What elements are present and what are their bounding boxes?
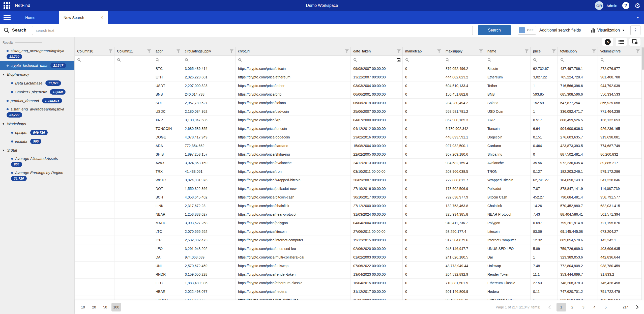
- sidebar-item-irisdata[interactable]: irisdata900: [0, 137, 74, 146]
- additional-fields-toggle[interactable]: OFF: [518, 26, 537, 35]
- sidebar-item-product-demand[interactable]: product_demand1,048,575: [0, 96, 74, 105]
- tab-list-caret-icon[interactable]: ▼: [636, 16, 639, 19]
- sidebar-item-smoker-epigenetic[interactable]: Smoker Epigenetic13,660: [0, 88, 74, 96]
- gear-icon[interactable]: ⚙: [634, 2, 640, 9]
- filter-input-circulatingsupply[interactable]: [182, 56, 236, 64]
- table-row[interactable]: MATIC3,093,627.268https://crypto.com/pri…: [75, 219, 641, 227]
- table-row[interactable]: XRP3,100,947.586https://crypto.com/price…: [75, 116, 641, 124]
- filter-funnel-icon[interactable]: [230, 49, 233, 53]
- column-chooser-button[interactable]: [629, 38, 640, 46]
- table-row[interactable]: BTC3,065,439.414https://crypto.com/price…: [75, 64, 641, 73]
- column-header-abbr[interactable]: abbr: [153, 47, 182, 55]
- table-row[interactable]: RNDR3,159,050.228https://crypto.com/pric…: [75, 270, 641, 279]
- filter-input-price[interactable]: [531, 56, 558, 64]
- column-header-Column10[interactable]: Column10: [75, 47, 114, 55]
- table-row[interactable]: NEAR1,253,883.627https://crypto.com/pric…: [75, 210, 641, 219]
- table-row[interactable]: DAI974,063.639https://crypto.com/price/m…: [75, 253, 641, 262]
- tab-close-icon[interactable]: ×: [100, 15, 103, 20]
- filter-input-marketcap[interactable]: [403, 56, 443, 64]
- sidebar-item-beta-lactamase[interactable]: Beta Lactamase71,973: [0, 79, 74, 88]
- table-row[interactable]: TRX41,433.051https://crypto.com/price/tr…: [75, 167, 641, 176]
- more-options-button[interactable]: ⋮: [630, 25, 640, 35]
- column-header-volume24hrs[interactable]: volume24hrs: [598, 47, 641, 55]
- table-row[interactable]: TONCOIN2,680,586.355https://crypto.com/p…: [75, 124, 641, 133]
- page-size-10[interactable]: 10: [78, 303, 88, 311]
- table-row[interactable]: USDT2,207,000.323https://crypto.com/pric…: [75, 81, 641, 90]
- page-number-4[interactable]: 4: [590, 303, 599, 311]
- filter-input-name[interactable]: [485, 56, 531, 64]
- filter-input-date_taken[interactable]: [351, 56, 403, 64]
- filter-funnel-icon[interactable]: [592, 49, 596, 53]
- filter-funnel-icon[interactable]: [147, 49, 151, 53]
- sidebar-item-crypto-historical-data[interactable]: crypto_historical_data21,347: [0, 61, 74, 70]
- tab-new-search[interactable]: New Search ×: [59, 11, 108, 24]
- sidebar-item-average-allocated-assets[interactable]: Average Allocated Assets854: [0, 155, 74, 169]
- table-row[interactable]: LEO3,291,948.202https://crypto.com/price…: [75, 244, 641, 253]
- scrollbar-thumb[interactable]: [642, 47, 644, 70]
- filter-funnel-icon[interactable]: [479, 49, 483, 53]
- table-row[interactable]: FDUSD139,123.233https://crypto.com/price…: [75, 296, 641, 300]
- vertical-scrollbar[interactable]: [641, 47, 644, 300]
- column-header-date_taken[interactable]: date_taken: [351, 47, 403, 55]
- group-collapse-caret-icon[interactable]: ▼: [2, 149, 5, 152]
- search-input[interactable]: [32, 26, 473, 35]
- page-number-214[interactable]: 214: [621, 303, 630, 311]
- filter-funnel-icon[interactable]: [636, 49, 640, 53]
- column-header-circulatingsupply[interactable]: circulatingsupply: [182, 47, 236, 55]
- sidebar-group-biopharmacy[interactable]: ▼Biopharmacy: [0, 70, 74, 79]
- group-collapse-caret-icon[interactable]: ▼: [2, 73, 5, 76]
- column-header-name[interactable]: name: [485, 47, 531, 55]
- column-header-price[interactable]: price: [531, 47, 558, 55]
- page-number-1[interactable]: 1: [557, 303, 566, 311]
- filter-funnel-icon[interactable]: [177, 49, 180, 53]
- filter-funnel-icon[interactable]: [345, 49, 349, 53]
- table-row[interactable]: BCH4,053,645.402https://crypto.com/price…: [75, 193, 641, 202]
- filter-input-Column11[interactable]: [114, 56, 153, 64]
- column-header-marketcap[interactable]: marketcap: [403, 47, 443, 55]
- column-header-crypturl[interactable]: crypturl: [236, 47, 351, 55]
- sidebar-group-sistat[interactable]: ▼SiStat: [0, 146, 74, 155]
- filter-funnel-icon[interactable]: [109, 49, 112, 53]
- table-row[interactable]: WBTC3,824,931.976https://crypto.com/pric…: [75, 176, 641, 184]
- table-row[interactable]: UNI2,570,672.459https://crypto.com/price…: [75, 262, 641, 270]
- page-size-100[interactable]: 100: [111, 303, 121, 311]
- table-row[interactable]: SOL2,957,789.527https://crypto.com/price…: [75, 99, 641, 107]
- table-row[interactable]: DOT1,550,322.366https://crypto.com/price…: [75, 184, 641, 193]
- sidebar-item-opsiprs[interactable]: opsiprs549,716: [0, 128, 74, 137]
- table-row[interactable]: USDC2,180,034.952https://crypto.com/pric…: [75, 107, 641, 116]
- filter-input-Column10[interactable]: [75, 56, 114, 64]
- table-row[interactable]: ICP2,532,902.473https://crypto.com/price…: [75, 236, 641, 244]
- page-size-20[interactable]: 20: [89, 303, 99, 311]
- filter-input-abbr[interactable]: [153, 56, 182, 64]
- apps-grid-icon[interactable]: [4, 2, 10, 9]
- column-header-totalsupply[interactable]: totalsupply: [558, 47, 598, 55]
- clear-results-button[interactable]: ✕: [602, 38, 613, 46]
- filter-input-crypturl[interactable]: [236, 56, 351, 64]
- page-number-3[interactable]: 3: [579, 303, 588, 311]
- previous-page-icon[interactable]: [546, 303, 553, 311]
- table-row[interactable]: LTC2,070,555.552https://crypto.com/price…: [75, 227, 641, 236]
- filter-input-volume24hrs[interactable]: [598, 56, 641, 64]
- filter-funnel-icon[interactable]: [397, 49, 401, 53]
- hamburger-menu-icon[interactable]: [4, 15, 11, 20]
- tab-home[interactable]: Home: [25, 15, 35, 20]
- search-button[interactable]: Search: [478, 25, 511, 35]
- list-view-button[interactable]: [616, 38, 627, 46]
- table-row[interactable]: ADA772,354.662https://crypto.com/price/c…: [75, 141, 641, 150]
- sidebar-item-sistat-eng-averageearningsbya[interactable]: sistat_eng_averageearningsbya31,720: [0, 47, 74, 61]
- visualization-dropdown[interactable]: Visualization ▼: [591, 28, 625, 33]
- table-row[interactable]: LINK2,317,672.23https://crypto.com/price…: [75, 202, 641, 210]
- column-header-Column11[interactable]: Column11: [114, 47, 153, 55]
- table-row[interactable]: ETC1,883,489.986https://crypto.com/price…: [75, 279, 641, 287]
- group-collapse-caret-icon[interactable]: ▼: [2, 122, 5, 125]
- column-header-maxsupply[interactable]: maxsupply: [443, 47, 485, 55]
- sidebar-group-workshops[interactable]: ▼Workshops: [0, 119, 74, 128]
- table-row[interactable]: HBAR2,022,498.077https://crypto.com/pric…: [75, 287, 641, 296]
- filter-funnel-icon[interactable]: [525, 49, 529, 53]
- filter-funnel-icon[interactable]: [437, 49, 441, 53]
- table-row[interactable]: DOGE4,078,417.949https://crypto.com/pric…: [75, 133, 641, 141]
- help-icon[interactable]: ?: [622, 2, 629, 9]
- avatar[interactable]: GR: [595, 1, 603, 10]
- table-row[interactable]: BNB240,014.738https://crypto.com/price/b…: [75, 90, 641, 99]
- filter-input-maxsupply[interactable]: [443, 56, 485, 64]
